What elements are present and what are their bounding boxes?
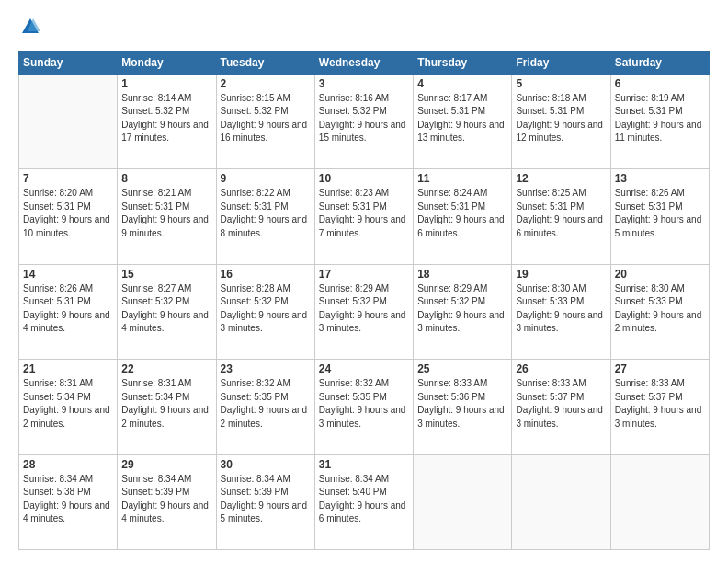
calendar-day-cell: 21Sunrise: 8:31 AMSunset: 5:34 PMDayligh… xyxy=(19,360,118,454)
calendar-day-cell: 5Sunrise: 8:18 AMSunset: 5:31 PMDaylight… xyxy=(512,74,610,168)
day-number: 28 xyxy=(23,458,113,471)
day-info: Sunrise: 8:17 AMSunset: 5:31 PMDaylight:… xyxy=(417,92,507,145)
day-info: Sunrise: 8:26 AMSunset: 5:31 PMDaylight:… xyxy=(23,282,113,336)
calendar-day-cell: 6Sunrise: 8:19 AMSunset: 5:31 PMDaylight… xyxy=(610,74,709,168)
day-number: 15 xyxy=(121,268,211,281)
calendar-week-row: 28Sunrise: 8:34 AMSunset: 5:38 PMDayligh… xyxy=(19,454,710,549)
calendar-day-cell: 30Sunrise: 8:34 AMSunset: 5:39 PMDayligh… xyxy=(216,454,314,549)
day-number: 19 xyxy=(516,268,606,281)
day-info: Sunrise: 8:29 AMSunset: 5:32 PMDaylight:… xyxy=(319,282,409,336)
day-number: 12 xyxy=(516,172,606,185)
calendar-day-cell xyxy=(512,454,610,549)
calendar-day-cell: 23Sunrise: 8:32 AMSunset: 5:35 PMDayligh… xyxy=(216,360,314,454)
day-info: Sunrise: 8:20 AMSunset: 5:31 PMDaylight:… xyxy=(23,187,113,240)
day-number: 11 xyxy=(417,172,507,185)
day-number: 22 xyxy=(121,362,211,375)
day-info: Sunrise: 8:34 AMSunset: 5:38 PMDaylight:… xyxy=(23,473,113,526)
day-number: 27 xyxy=(615,362,705,375)
calendar-day-cell: 8Sunrise: 8:21 AMSunset: 5:31 PMDaylight… xyxy=(118,169,216,264)
calendar-day-cell: 1Sunrise: 8:14 AMSunset: 5:32 PMDaylight… xyxy=(118,74,216,168)
day-number: 16 xyxy=(221,268,311,281)
calendar-day-cell xyxy=(610,454,709,549)
day-number: 2 xyxy=(221,77,311,90)
calendar-day-cell: 16Sunrise: 8:28 AMSunset: 5:32 PMDayligh… xyxy=(216,264,314,359)
calendar-day-cell: 29Sunrise: 8:34 AMSunset: 5:39 PMDayligh… xyxy=(118,454,216,549)
calendar-day-cell: 14Sunrise: 8:26 AMSunset: 5:31 PMDayligh… xyxy=(19,264,118,359)
day-info: Sunrise: 8:30 AMSunset: 5:33 PMDaylight:… xyxy=(615,282,705,336)
calendar-day-cell: 17Sunrise: 8:29 AMSunset: 5:32 PMDayligh… xyxy=(314,264,413,359)
day-info: Sunrise: 8:24 AMSunset: 5:31 PMDaylight:… xyxy=(417,187,507,240)
day-info: Sunrise: 8:31 AMSunset: 5:34 PMDaylight:… xyxy=(121,377,211,431)
day-info: Sunrise: 8:23 AMSunset: 5:31 PMDaylight:… xyxy=(319,187,409,240)
day-info: Sunrise: 8:19 AMSunset: 5:31 PMDaylight:… xyxy=(615,92,705,145)
calendar-day-cell: 12Sunrise: 8:25 AMSunset: 5:31 PMDayligh… xyxy=(512,169,610,264)
day-info: Sunrise: 8:33 AMSunset: 5:36 PMDaylight:… xyxy=(417,377,507,431)
day-info: Sunrise: 8:22 AMSunset: 5:31 PMDaylight:… xyxy=(221,187,311,240)
day-number: 29 xyxy=(121,458,211,471)
day-info: Sunrise: 8:27 AMSunset: 5:32 PMDaylight:… xyxy=(121,282,211,336)
calendar-day-cell: 19Sunrise: 8:30 AMSunset: 5:33 PMDayligh… xyxy=(512,264,610,359)
day-number: 3 xyxy=(319,77,409,90)
calendar-table: SundayMondayTuesdayWednesdayThursdayFrid… xyxy=(18,51,710,550)
calendar-week-row: 21Sunrise: 8:31 AMSunset: 5:34 PMDayligh… xyxy=(19,360,710,454)
day-of-week-header: Thursday xyxy=(414,51,512,74)
calendar-day-cell: 15Sunrise: 8:27 AMSunset: 5:32 PMDayligh… xyxy=(118,264,216,359)
day-number: 9 xyxy=(221,172,311,185)
day-number: 10 xyxy=(319,172,409,185)
day-info: Sunrise: 8:21 AMSunset: 5:31 PMDaylight:… xyxy=(121,187,211,240)
day-of-week-header: Monday xyxy=(118,51,216,74)
calendar-day-cell: 26Sunrise: 8:33 AMSunset: 5:37 PMDayligh… xyxy=(512,360,610,454)
day-number: 7 xyxy=(23,172,113,185)
day-number: 20 xyxy=(615,268,705,281)
day-number: 18 xyxy=(417,268,507,281)
day-info: Sunrise: 8:34 AMSunset: 5:39 PMDaylight:… xyxy=(121,473,211,526)
calendar-day-cell: 31Sunrise: 8:34 AMSunset: 5:40 PMDayligh… xyxy=(314,454,413,549)
calendar-day-cell: 7Sunrise: 8:20 AMSunset: 5:31 PMDaylight… xyxy=(19,169,118,264)
day-number: 31 xyxy=(319,458,409,471)
calendar-day-cell: 3Sunrise: 8:16 AMSunset: 5:32 PMDaylight… xyxy=(314,74,413,168)
calendar-day-cell: 9Sunrise: 8:22 AMSunset: 5:31 PMDaylight… xyxy=(216,169,314,264)
calendar-day-cell: 25Sunrise: 8:33 AMSunset: 5:36 PMDayligh… xyxy=(414,360,512,454)
day-info: Sunrise: 8:30 AMSunset: 5:33 PMDaylight:… xyxy=(516,282,606,336)
day-of-week-header: Sunday xyxy=(19,51,118,74)
day-number: 23 xyxy=(221,362,311,375)
day-info: Sunrise: 8:29 AMSunset: 5:32 PMDaylight:… xyxy=(417,282,507,336)
day-info: Sunrise: 8:32 AMSunset: 5:35 PMDaylight:… xyxy=(221,377,311,431)
day-number: 14 xyxy=(23,268,113,281)
day-info: Sunrise: 8:28 AMSunset: 5:32 PMDaylight:… xyxy=(221,282,311,336)
day-number: 30 xyxy=(221,458,311,471)
day-info: Sunrise: 8:16 AMSunset: 5:32 PMDaylight:… xyxy=(319,92,409,145)
day-number: 6 xyxy=(615,77,705,90)
calendar-day-cell: 20Sunrise: 8:30 AMSunset: 5:33 PMDayligh… xyxy=(610,264,709,359)
calendar-day-cell: 24Sunrise: 8:32 AMSunset: 5:35 PMDayligh… xyxy=(314,360,413,454)
day-info: Sunrise: 8:34 AMSunset: 5:39 PMDaylight:… xyxy=(221,473,311,526)
calendar-day-cell: 18Sunrise: 8:29 AMSunset: 5:32 PMDayligh… xyxy=(414,264,512,359)
calendar-week-row: 1Sunrise: 8:14 AMSunset: 5:32 PMDaylight… xyxy=(19,74,710,168)
day-info: Sunrise: 8:15 AMSunset: 5:32 PMDaylight:… xyxy=(221,92,311,145)
day-of-week-header: Tuesday xyxy=(216,51,314,74)
day-number: 24 xyxy=(319,362,409,375)
day-info: Sunrise: 8:25 AMSunset: 5:31 PMDaylight:… xyxy=(516,187,606,240)
day-number: 26 xyxy=(516,362,606,375)
logo-icon xyxy=(20,17,40,37)
calendar-day-cell xyxy=(19,74,118,168)
calendar-week-row: 7Sunrise: 8:20 AMSunset: 5:31 PMDaylight… xyxy=(19,169,710,264)
calendar-day-cell: 13Sunrise: 8:26 AMSunset: 5:31 PMDayligh… xyxy=(610,169,709,264)
header xyxy=(18,17,710,41)
day-number: 5 xyxy=(516,77,606,90)
page: SundayMondayTuesdayWednesdayThursdayFrid… xyxy=(0,0,728,563)
day-info: Sunrise: 8:31 AMSunset: 5:34 PMDaylight:… xyxy=(23,377,113,431)
calendar-day-cell: 28Sunrise: 8:34 AMSunset: 5:38 PMDayligh… xyxy=(19,454,118,549)
logo xyxy=(18,17,40,41)
day-number: 21 xyxy=(23,362,113,375)
calendar-day-cell: 27Sunrise: 8:33 AMSunset: 5:37 PMDayligh… xyxy=(610,360,709,454)
day-number: 1 xyxy=(121,77,211,90)
calendar-week-row: 14Sunrise: 8:26 AMSunset: 5:31 PMDayligh… xyxy=(19,264,710,359)
day-of-week-header: Friday xyxy=(512,51,610,74)
day-of-week-header: Saturday xyxy=(610,51,709,74)
day-info: Sunrise: 8:34 AMSunset: 5:40 PMDaylight:… xyxy=(319,473,409,526)
day-info: Sunrise: 8:32 AMSunset: 5:35 PMDaylight:… xyxy=(319,377,409,431)
day-number: 13 xyxy=(615,172,705,185)
calendar-day-cell: 4Sunrise: 8:17 AMSunset: 5:31 PMDaylight… xyxy=(414,74,512,168)
day-of-week-header: Wednesday xyxy=(314,51,413,74)
